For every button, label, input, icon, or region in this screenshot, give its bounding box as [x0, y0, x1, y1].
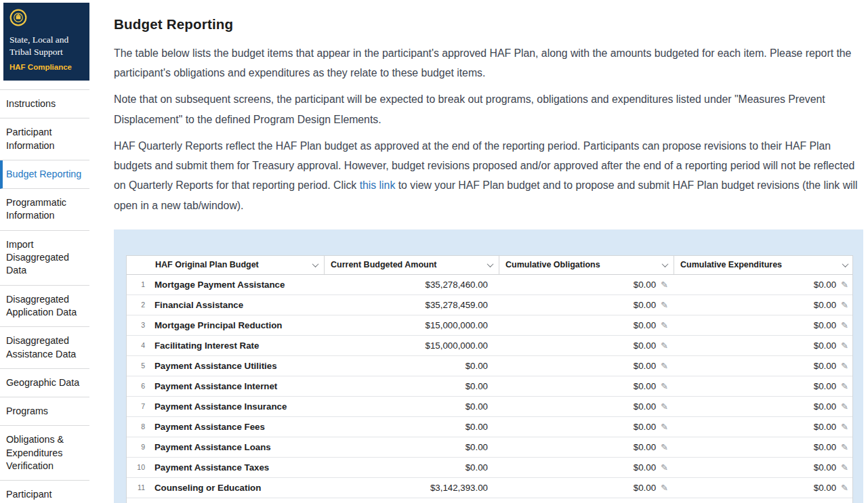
amount-value: $0.00 [814, 483, 836, 493]
table-row: 8Payment Assistance Fees$0.00$0.00✎$0.00… [127, 417, 852, 437]
column-header-cumulative-obligations[interactable]: Cumulative Obligations [499, 256, 674, 274]
edit-pencil-icon[interactable]: ✎ [661, 362, 668, 370]
current-budgeted-amount: $0.00 [324, 462, 499, 473]
current-budgeted-amount: $0.00 [324, 381, 499, 391]
edit-pencil-icon[interactable]: ✎ [841, 280, 848, 289]
table-row: 5Payment Assistance Utilities$0.00$0.00✎… [127, 356, 852, 376]
edit-pencil-icon[interactable]: ✎ [661, 443, 668, 452]
current-budgeted-amount: $0.00 [324, 442, 499, 452]
chevron-down-icon[interactable] [487, 261, 494, 267]
sidebar-item-programmatic-information[interactable]: Programmatic Information [0, 189, 89, 231]
sidebar-item-obligations-expenditures-verification[interactable]: Obligations & Expenditures Verification [0, 426, 89, 481]
sidebar-item-disaggregated-assistance-data[interactable]: Disaggregated Assistance Data [0, 327, 89, 369]
budget-item-name: Counseling or Education [150, 483, 324, 493]
cumulative-obligations: $0.00✎ [499, 280, 674, 290]
row-number: 8 [127, 422, 150, 431]
edit-pencil-icon[interactable]: ✎ [661, 463, 668, 472]
haf-plan-budget-link[interactable]: this link [360, 179, 396, 191]
table-header-row: HAF Original Plan BudgetCurrent Budgeted… [127, 256, 852, 275]
edit-pencil-icon[interactable]: ✎ [841, 301, 848, 309]
budget-item-name: Facilitating Interest Rate [150, 341, 324, 351]
table-row: 9Payment Assistance Loans$0.00$0.00✎$0.0… [127, 437, 852, 458]
amount-value: $0.00 [634, 442, 656, 452]
sidebar-item-geographic-data[interactable]: Geographic Data [0, 369, 89, 397]
budget-item-name: Mortgage Payment Assistance [150, 280, 324, 290]
chevron-down-icon[interactable] [312, 261, 319, 267]
sidebar-item-import-disaggregated-data[interactable]: Import Disaggregated Data [0, 231, 89, 286]
table-row: 12Legal Services$3,142,393.00$0.00✎$0.00… [127, 498, 852, 503]
edit-pencil-icon[interactable]: ✎ [841, 321, 848, 330]
sidebar-item-instructions[interactable]: Instructions [0, 90, 89, 118]
current-budgeted-amount: $3,142,393.00 [324, 483, 499, 493]
table-row: 3Mortgage Principal Reduction$15,000,000… [127, 315, 852, 336]
cumulative-expenditures: $0.00✎ [674, 341, 854, 351]
cumulative-expenditures: $0.00✎ [674, 422, 854, 432]
column-header-label: HAF Original Plan Budget [155, 260, 259, 269]
table-row: 11Counseling or Education$3,142,393.00$0… [127, 478, 852, 498]
edit-pencil-icon[interactable]: ✎ [661, 321, 668, 330]
edit-pencil-icon[interactable]: ✎ [661, 402, 668, 411]
amount-value: $0.00 [634, 483, 656, 493]
current-budgeted-amount: $35,278,459.00 [324, 300, 499, 310]
sidebar-item-programs[interactable]: Programs [0, 397, 89, 426]
edit-pencil-icon[interactable]: ✎ [841, 483, 848, 492]
row-number: 6 [127, 382, 150, 390]
amount-value: $0.00 [814, 462, 836, 473]
amount-value: $0.00 [634, 320, 656, 330]
edit-pencil-icon[interactable]: ✎ [841, 422, 848, 431]
edit-pencil-icon[interactable]: ✎ [661, 280, 668, 289]
amount-value: $0.00 [814, 422, 836, 432]
cumulative-expenditures: $0.00✎ [674, 462, 854, 473]
row-number: 11 [127, 483, 150, 491]
column-header-current-budgeted-amount[interactable]: Current Budgeted Amount [324, 256, 499, 274]
budget-item-name: Financial Assistance [150, 300, 324, 310]
column-header-cumulative-expenditures[interactable]: Cumulative Expenditures [674, 256, 854, 274]
amount-value: $0.00 [634, 381, 656, 391]
edit-pencil-icon[interactable]: ✎ [661, 483, 668, 492]
amount-value: $0.00 [814, 320, 836, 330]
row-number: 5 [127, 362, 150, 370]
chevron-down-icon[interactable] [662, 261, 669, 267]
edit-pencil-icon[interactable]: ✎ [661, 301, 668, 309]
edit-pencil-icon[interactable]: ✎ [841, 443, 848, 452]
current-budgeted-amount: $15,000,000.00 [324, 320, 499, 330]
column-header-haf-original-plan-budget[interactable]: HAF Original Plan Budget [127, 256, 324, 274]
cumulative-expenditures: $0.00✎ [674, 483, 854, 493]
edit-pencil-icon[interactable]: ✎ [841, 341, 848, 350]
edit-pencil-icon[interactable]: ✎ [661, 422, 668, 431]
chevron-down-icon[interactable] [842, 261, 849, 267]
cumulative-obligations: $0.00✎ [499, 422, 674, 432]
budget-table: HAF Original Plan BudgetCurrent Budgeted… [126, 255, 853, 503]
row-number: 3 [127, 321, 150, 329]
edit-pencil-icon[interactable]: ✎ [841, 402, 848, 411]
sidebar-item-participant-information[interactable]: Participant Information [0, 118, 89, 160]
edit-pencil-icon[interactable]: ✎ [841, 382, 848, 391]
cumulative-expenditures: $0.00✎ [674, 381, 854, 391]
table-body: 1Mortgage Payment Assistance$35,278,460.… [127, 275, 852, 503]
row-number: 2 [127, 301, 150, 309]
sidebar-item-budget-reporting[interactable]: Budget Reporting [0, 160, 89, 189]
amount-value: $0.00 [634, 401, 656, 412]
edit-pencil-icon[interactable]: ✎ [661, 382, 668, 391]
column-header-label: Cumulative Obligations [505, 260, 600, 269]
current-budgeted-amount: $0.00 [324, 401, 499, 412]
amount-value: $0.00 [814, 300, 836, 310]
budget-item-name: Payment Assistance Taxes [150, 462, 324, 473]
cumulative-expenditures: $0.00✎ [674, 442, 854, 452]
table-row: 10Payment Assistance Taxes$0.00$0.00✎$0.… [127, 458, 852, 478]
row-number: 4 [127, 341, 150, 349]
edit-pencil-icon[interactable]: ✎ [841, 463, 848, 472]
sidebar-item-disaggregated-application-data[interactable]: Disaggregated Application Data [0, 286, 89, 328]
current-budgeted-amount: $0.00 [324, 422, 499, 432]
column-header-label: Cumulative Expenditures [680, 260, 782, 269]
cumulative-obligations: $0.00✎ [499, 462, 674, 473]
table-row: 4Facilitating Interest Rate$15,000,000.0… [127, 336, 852, 356]
sidebar-header: State, Local and Tribal Support HAF Comp… [3, 3, 89, 81]
edit-pencil-icon[interactable]: ✎ [661, 341, 668, 350]
amount-value: $0.00 [814, 280, 836, 290]
sidebar-item-participant[interactable]: Participant [0, 481, 89, 503]
cumulative-obligations: $0.00✎ [499, 442, 674, 452]
edit-pencil-icon[interactable]: ✎ [841, 362, 848, 370]
amount-value: $0.00 [634, 422, 656, 432]
amount-value: $0.00 [634, 280, 656, 290]
